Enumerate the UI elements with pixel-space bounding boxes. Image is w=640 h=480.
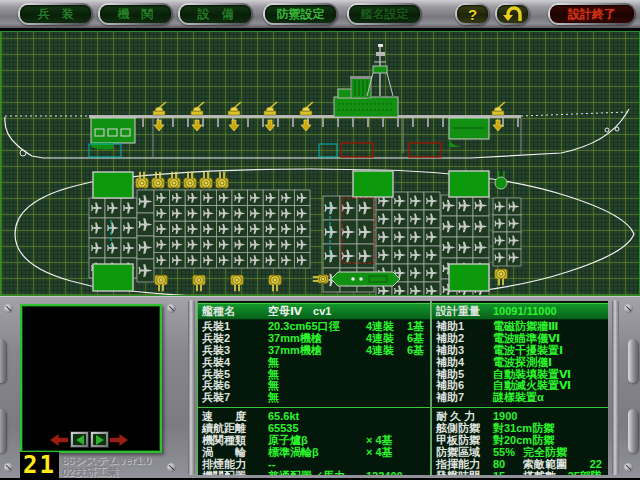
row-extra2: 6基 [407, 332, 424, 344]
stats-table-row: 耐 久 力1900 [432, 410, 608, 422]
table-separator [198, 403, 430, 408]
row-value: 謎樣裝置α [493, 391, 544, 403]
armor-box-teal[interactable] [319, 144, 337, 157]
aa-turret[interactable] [200, 172, 213, 188]
aa-turret[interactable] [495, 269, 508, 285]
stats-table-row: 補助4電波探測儀Ⅰ [432, 356, 608, 368]
stats-table-row: 補助6自動滅火裝置Ⅵ [432, 379, 608, 391]
finish-design-button[interactable]: 設計終了 [548, 3, 636, 25]
spec-table-row: 續航距離65535 [198, 422, 430, 434]
fast-next-arrow-icon[interactable] [110, 434, 128, 446]
row-label: 速 度 [202, 410, 246, 422]
screw-icon [4, 463, 13, 472]
help-button[interactable]: ? [455, 3, 490, 25]
stats-table-row: 甲板防禦對20cm防禦 [432, 434, 608, 446]
anchor-hole [605, 128, 609, 132]
aircraft-block[interactable] [137, 190, 154, 282]
row-label: 兵裝5 [202, 368, 230, 380]
row-value: 37mm機槍 [268, 332, 322, 344]
drop-arrow-icon [301, 120, 311, 131]
armor-box-red[interactable] [409, 143, 441, 157]
row-label: 兵裝2 [202, 332, 230, 344]
stats-table-row: 補助5自動裝填裝置Ⅵ [432, 368, 608, 380]
elevator[interactable] [449, 171, 489, 197]
spec-table-row: 機関配置普通配置／馬力122400 [198, 470, 430, 475]
ship-name-settings-button[interactable]: 艦名設定 [347, 3, 422, 25]
island-top[interactable] [331, 272, 400, 286]
row-extra: 完全防禦 [523, 446, 567, 458]
aa-turret[interactable] [193, 275, 206, 291]
row-label: 指揮能力 [436, 458, 480, 470]
status-panel: 21 86システムver1.0 02技研工業 艦種名空母Ⅳ cv1兵裝120.3… [0, 296, 640, 480]
funnel [350, 76, 372, 98]
header-value: 空母Ⅳ cv1 [268, 305, 331, 317]
aa-turret[interactable] [168, 172, 181, 188]
row-value: 自動裝填裝置Ⅵ [493, 368, 571, 380]
aircraft-block[interactable] [154, 190, 310, 268]
island-side[interactable] [334, 44, 398, 117]
ship-side-view [5, 44, 629, 158]
row-value: 電波瞄準儀Ⅵ [493, 332, 560, 344]
help-icon: ? [457, 5, 488, 23]
row-label: 補助1 [436, 320, 464, 332]
propeller [20, 150, 26, 156]
row-sub-value: 25部隊 [568, 470, 602, 475]
aa-turret[interactable] [231, 275, 244, 291]
row-label: 耐 久 力 [436, 410, 475, 422]
elevator[interactable] [93, 172, 133, 198]
row-label: 防禦區域 [436, 446, 480, 458]
undo-arrow-icon [497, 5, 528, 23]
ship-editor-canvas[interactable] [1, 32, 639, 295]
row-value: -- [268, 458, 275, 470]
aa-turret[interactable] [136, 172, 149, 188]
header-label: 艦種名 [202, 305, 235, 317]
row-extra: × 4基 [366, 434, 393, 446]
finish-design-button-label: 設計終了 [550, 5, 634, 23]
row-sub-value: 22 [590, 458, 602, 470]
row-label: 補助2 [436, 332, 464, 344]
aa-turret[interactable] [155, 275, 168, 291]
aa-turret[interactable] [184, 172, 197, 188]
prev-button[interactable] [70, 431, 89, 448]
equipment-button[interactable]: 設 備 [178, 3, 253, 25]
hangar-fore[interactable] [449, 118, 489, 147]
armor-box-red[interactable] [341, 143, 373, 157]
row-extra2: 1基 [407, 320, 424, 332]
row-value: 55% [493, 446, 515, 458]
row-label: 發艦時間 [436, 470, 480, 475]
elevator[interactable] [449, 264, 489, 291]
defense-settings-button[interactable]: 防禦設定 [263, 3, 338, 25]
row-label: 兵裝1 [202, 320, 230, 332]
row-value: 對31cm防禦 [493, 422, 554, 434]
row-label: 甲板防禦 [436, 434, 480, 446]
next-button[interactable] [90, 431, 109, 448]
anchor-hole [615, 127, 619, 131]
aa-turret[interactable] [313, 275, 329, 283]
ship-editor-view[interactable] [0, 31, 640, 296]
aa-turret[interactable] [269, 275, 282, 291]
engine-button[interactable]: 機 関 [98, 3, 173, 25]
row-value: 標準渦輪β [268, 446, 319, 458]
stats-table-row: 補助1電磁防禦牆Ⅲ [432, 320, 608, 332]
panel-handle [0, 339, 6, 383]
row-value: 15 [493, 470, 505, 475]
weapons-button[interactable]: 兵 装 [18, 3, 93, 25]
aircraft-block[interactable] [493, 198, 521, 266]
bow-structure[interactable] [495, 171, 507, 189]
row-label: 補助5 [436, 368, 464, 380]
undo-button[interactable] [495, 3, 530, 25]
counter-value: 21 [23, 453, 56, 477]
ship-design-screen: 兵 装 機 関 設 備 防禦設定 艦名設定 ? 設計終了 [0, 0, 640, 480]
elevator[interactable] [93, 264, 133, 291]
row-value: 65.6kt [268, 410, 299, 422]
aa-turret[interactable] [216, 172, 229, 188]
toolbar: 兵 装 機 関 設 備 防禦設定 艦名設定 ? 設計終了 [0, 0, 640, 31]
fast-prev-arrow-icon[interactable] [50, 434, 68, 446]
elevator[interactable] [353, 171, 393, 197]
drop-arrow-icon [229, 120, 239, 131]
row-label: 補助7 [436, 391, 464, 403]
spec-table-row: 兵裝6無 [198, 379, 430, 391]
screw-icon [624, 463, 633, 472]
row-value: 80 [493, 458, 505, 470]
hangar-aft[interactable] [91, 118, 135, 150]
